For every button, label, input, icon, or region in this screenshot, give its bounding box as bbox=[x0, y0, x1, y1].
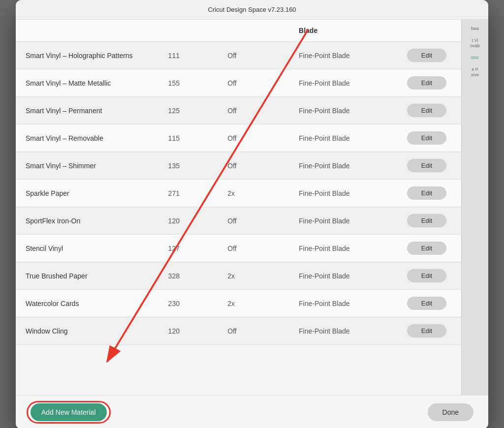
pressure-value: 328 bbox=[158, 262, 218, 290]
done-button[interactable]: Done bbox=[428, 403, 473, 421]
material-name: Sparkle Paper bbox=[16, 180, 158, 207]
material-name: Smart Vinyl – Holographic Patterns bbox=[16, 42, 158, 69]
blade-type: Fine-Point Blade bbox=[289, 69, 384, 97]
pressure-value: 115 bbox=[158, 124, 218, 152]
edit-button[interactable]: Edit bbox=[407, 131, 446, 145]
table-row: Watercolor Cards 230 2x Fine-Point Blade… bbox=[16, 290, 461, 317]
sidebar-item-3: stoc bbox=[464, 54, 486, 62]
passes-value: 2x bbox=[218, 262, 289, 290]
pressure-value: 111 bbox=[158, 42, 218, 69]
edit-cell: Edit bbox=[384, 124, 461, 152]
materials-table: Blade Smart Vinyl – Holographic Patterns… bbox=[16, 20, 461, 345]
blade-type: Fine-Point Blade bbox=[289, 262, 384, 290]
edit-button[interactable]: Edit bbox=[407, 104, 446, 117]
table-row: Smart Vinyl – Holographic Patterns 111 O… bbox=[16, 42, 461, 69]
sidebar-item-2: t Viovab bbox=[464, 36, 486, 51]
edit-cell: Edit bbox=[384, 42, 461, 69]
blade-type: Fine-Point Blade bbox=[289, 152, 384, 180]
app-window: Cricut Design Space v7.23.160 Blade Smar… bbox=[16, 0, 488, 428]
material-name: Window Cling bbox=[16, 317, 158, 345]
edit-cell: Edit bbox=[384, 152, 461, 180]
blade-type: Fine-Point Blade bbox=[289, 235, 384, 262]
passes-value: Off bbox=[218, 207, 289, 235]
pressure-value: 230 bbox=[158, 290, 218, 317]
add-new-button-wrapper: Add New Material bbox=[31, 403, 107, 421]
table-row: Window Cling 120 Off Fine-Point Blade Ed… bbox=[16, 317, 461, 345]
passes-value: Off bbox=[218, 42, 289, 69]
edit-cell: Edit bbox=[384, 290, 461, 317]
blade-type: Fine-Point Blade bbox=[289, 207, 384, 235]
table-row: True Brushed Paper 328 2x Fine-Point Bla… bbox=[16, 262, 461, 290]
edit-button[interactable]: Edit bbox=[407, 324, 446, 337]
footer: Add New Material Done bbox=[16, 395, 488, 428]
edit-cell: Edit bbox=[384, 97, 461, 124]
edit-cell: Edit bbox=[384, 69, 461, 97]
edit-button[interactable]: Edit bbox=[407, 159, 446, 172]
blade-type: Blade bbox=[289, 20, 384, 42]
sidebar-item-4: e Psive bbox=[464, 65, 486, 80]
blade-type: Fine-Point Blade bbox=[289, 97, 384, 124]
material-name: Watercolor Cards bbox=[16, 290, 158, 317]
blade-type: Fine-Point Blade bbox=[289, 124, 384, 152]
blade-type: Fine-Point Blade bbox=[289, 317, 384, 345]
edit-cell: Edit bbox=[384, 235, 461, 262]
blade-type: Fine-Point Blade bbox=[289, 42, 384, 69]
material-name bbox=[16, 20, 158, 42]
passes-value: 2x bbox=[218, 290, 289, 317]
table-row: Sparkle Paper 271 2x Fine-Point Blade Ed… bbox=[16, 180, 461, 207]
sidebar-item-1: bws bbox=[464, 25, 486, 33]
title-bar: Cricut Design Space v7.23.160 bbox=[16, 0, 488, 20]
title-text: Cricut Design Space v7.23.160 bbox=[208, 6, 296, 13]
pressure-value: 120 bbox=[158, 317, 218, 345]
pressure-value: 155 bbox=[158, 69, 218, 97]
pressure-value: 135 bbox=[158, 152, 218, 180]
table-row: Stencil Vinyl 127 Off Fine-Point Blade E… bbox=[16, 235, 461, 262]
edit-button[interactable]: Edit bbox=[407, 76, 446, 90]
edit-cell: Edit bbox=[384, 262, 461, 290]
table-row: Smart Vinyl – Removable 115 Off Fine-Poi… bbox=[16, 124, 461, 152]
pressure-value bbox=[158, 20, 218, 42]
edit-cell: Edit bbox=[384, 207, 461, 235]
passes-value: Off bbox=[218, 69, 289, 97]
edit-button[interactable]: Edit bbox=[407, 214, 446, 227]
main-content: Blade Smart Vinyl – Holographic Patterns… bbox=[16, 20, 488, 395]
material-name: True Brushed Paper bbox=[16, 262, 158, 290]
table-row: Blade bbox=[16, 20, 461, 42]
material-name: Smart Vinyl – Removable bbox=[16, 124, 158, 152]
passes-value: Off bbox=[218, 124, 289, 152]
passes-value bbox=[218, 20, 289, 42]
table-row: Smart Vinyl – Permanent 125 Off Fine-Poi… bbox=[16, 97, 461, 124]
right-sidebar: bws t Viovab stoc e Psive bbox=[461, 20, 488, 395]
edit-button[interactable]: Edit bbox=[407, 186, 446, 200]
passes-value: Off bbox=[218, 97, 289, 124]
passes-value: 2x bbox=[218, 180, 289, 207]
passes-value: Off bbox=[218, 152, 289, 180]
passes-value: Off bbox=[218, 235, 289, 262]
edit-button[interactable]: Edit bbox=[407, 242, 446, 255]
material-name: Smart Vinyl – Shimmer bbox=[16, 152, 158, 180]
blade-type: Fine-Point Blade bbox=[289, 180, 384, 207]
table-row: SportFlex Iron-On 120 Off Fine-Point Bla… bbox=[16, 207, 461, 235]
pressure-value: 271 bbox=[158, 180, 218, 207]
edit-cell: Edit bbox=[384, 180, 461, 207]
pressure-value: 125 bbox=[158, 97, 218, 124]
blade-type: Fine-Point Blade bbox=[289, 290, 384, 317]
material-name: SportFlex Iron-On bbox=[16, 207, 158, 235]
passes-value: Off bbox=[218, 317, 289, 345]
pressure-value: 120 bbox=[158, 207, 218, 235]
material-name: Smart Vinyl – Matte Metallic bbox=[16, 69, 158, 97]
edit-cell bbox=[384, 20, 461, 42]
pressure-value: 127 bbox=[158, 235, 218, 262]
table-wrapper[interactable]: Blade Smart Vinyl – Holographic Patterns… bbox=[16, 20, 461, 395]
edit-button[interactable]: Edit bbox=[407, 269, 446, 282]
edit-button[interactable]: Edit bbox=[407, 49, 446, 62]
add-new-material-button[interactable]: Add New Material bbox=[31, 403, 107, 421]
edit-button[interactable]: Edit bbox=[407, 297, 446, 310]
table-row: Smart Vinyl – Shimmer 135 Off Fine-Point… bbox=[16, 152, 461, 180]
material-name: Smart Vinyl – Permanent bbox=[16, 97, 158, 124]
material-name: Stencil Vinyl bbox=[16, 235, 158, 262]
table-row: Smart Vinyl – Matte Metallic 155 Off Fin… bbox=[16, 69, 461, 97]
edit-cell: Edit bbox=[384, 317, 461, 345]
